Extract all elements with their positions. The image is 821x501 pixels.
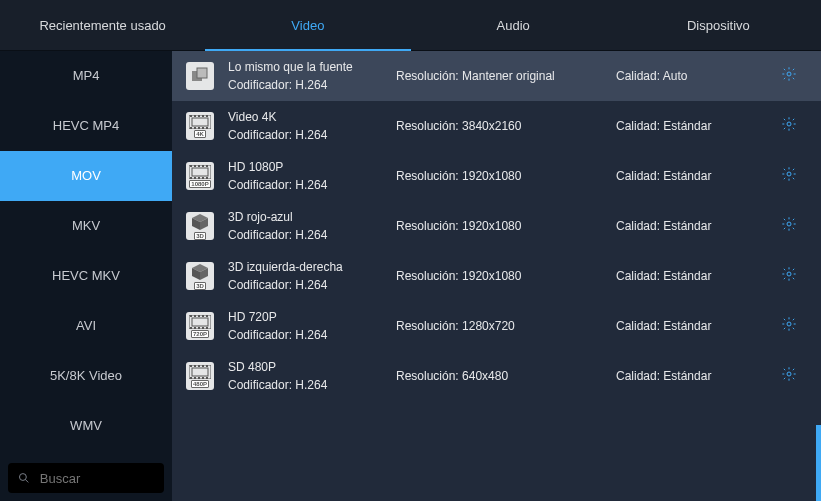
sidebar-item-mov[interactable]: MOV (0, 151, 172, 201)
svg-point-34 (787, 222, 791, 226)
profile-row[interactable]: 720PHD 720PCodificador: H.264Resolución:… (172, 301, 821, 351)
accent-bar (816, 425, 821, 501)
profile-row[interactable]: 1080PHD 1080PCodificador: H.264Resolució… (172, 151, 821, 201)
svg-point-51 (787, 322, 791, 326)
profile-row[interactable]: 3D3D rojo-azulCodificador: H.264Resoluci… (172, 201, 821, 251)
svg-line-1 (25, 479, 28, 482)
svg-rect-26 (194, 177, 196, 179)
profile-row[interactable]: 3D3D izquierda-derechaCodificador: H.264… (172, 251, 821, 301)
sidebar-item-hevc-mkv[interactable]: HEVC MKV (0, 251, 172, 301)
profile-resolution: Resolución: Mantener original (396, 69, 616, 83)
tab-device[interactable]: Dispositivo (616, 0, 821, 51)
sidebar-item-avi[interactable]: AVI (0, 301, 172, 351)
svg-rect-55 (194, 365, 196, 367)
svg-rect-6 (192, 118, 208, 126)
profile-quality: Calidad: Auto (616, 69, 736, 83)
profile-row[interactable]: 4KVideo 4KCodificador: H.264Resolución: … (172, 101, 821, 151)
svg-point-38 (787, 272, 791, 276)
svg-point-64 (787, 372, 791, 376)
tab-video[interactable]: Video (205, 0, 410, 51)
svg-rect-63 (206, 377, 208, 379)
sidebar-item-5k-8k-video[interactable]: 5K/8K Video (0, 351, 172, 401)
search-icon (18, 471, 30, 485)
svg-rect-47 (194, 327, 196, 329)
profile-quality: Calidad: Estándar (616, 369, 736, 383)
svg-rect-46 (190, 327, 192, 329)
profile-title: Lo mismo que la fuente (228, 58, 396, 76)
svg-rect-61 (198, 377, 200, 379)
svg-rect-9 (198, 115, 200, 117)
svg-rect-48 (198, 327, 200, 329)
sidebar-item-mkv[interactable]: MKV (0, 201, 172, 251)
svg-rect-14 (198, 127, 200, 129)
svg-rect-25 (190, 177, 192, 179)
settings-button[interactable] (781, 166, 797, 186)
gear-icon (781, 368, 797, 385)
svg-rect-24 (206, 165, 208, 167)
svg-point-4 (787, 72, 791, 76)
settings-button[interactable] (781, 216, 797, 236)
svg-rect-62 (202, 377, 204, 379)
profile-resolution: Resolución: 1920x1080 (396, 219, 616, 233)
search-box[interactable] (8, 463, 164, 493)
profile-quality: Calidad: Estándar (616, 169, 736, 183)
sidebar-item-mp4[interactable]: MP4 (0, 51, 172, 101)
profile-encoder: Codificador: H.264 (228, 326, 396, 344)
profile-quality: Calidad: Estándar (616, 219, 736, 233)
svg-rect-43 (198, 315, 200, 317)
profile-row[interactable]: 480PSD 480PCodificador: H.264Resolución:… (172, 351, 821, 401)
svg-rect-44 (202, 315, 204, 317)
profile-quality: Calidad: Estándar (616, 119, 736, 133)
profile-title: Video 4K (228, 108, 396, 126)
settings-button[interactable] (781, 66, 797, 86)
profiles-list: Lo mismo que la fuenteCodificador: H.264… (172, 51, 821, 501)
profile-encoder: Codificador: H.264 (228, 276, 396, 294)
tab-audio[interactable]: Audio (411, 0, 616, 51)
profile-icon: 3D (186, 212, 214, 240)
svg-rect-22 (198, 165, 200, 167)
svg-rect-58 (206, 365, 208, 367)
profile-resolution: Resolución: 3840x2160 (396, 119, 616, 133)
svg-rect-7 (190, 115, 192, 117)
svg-rect-59 (190, 377, 192, 379)
svg-rect-16 (206, 127, 208, 129)
svg-point-30 (787, 172, 791, 176)
settings-button[interactable] (781, 316, 797, 336)
settings-button[interactable] (781, 366, 797, 386)
profile-icon: 3D (186, 262, 214, 290)
svg-rect-27 (198, 177, 200, 179)
profile-quality: Calidad: Estándar (616, 319, 736, 333)
profile-encoder: Codificador: H.264 (228, 376, 396, 394)
profile-title: HD 720P (228, 308, 396, 326)
svg-rect-28 (202, 177, 204, 179)
sidebar-item-wmv[interactable]: WMV (0, 401, 172, 451)
tab-recent[interactable]: Recientemente usado (0, 0, 205, 51)
profile-icon: 720P (186, 312, 214, 340)
profile-resolution: Resolución: 640x480 (396, 369, 616, 383)
svg-rect-42 (194, 315, 196, 317)
gear-icon (781, 68, 797, 85)
svg-point-0 (19, 474, 26, 481)
profile-icon: 4K (186, 112, 214, 140)
profile-row[interactable]: Lo mismo que la fuenteCodificador: H.264… (172, 51, 821, 101)
svg-rect-45 (206, 315, 208, 317)
profile-resolution: Resolución: 1280x720 (396, 319, 616, 333)
svg-rect-49 (202, 327, 204, 329)
gear-icon (781, 268, 797, 285)
svg-rect-10 (202, 115, 204, 117)
svg-rect-21 (194, 165, 196, 167)
settings-button[interactable] (781, 266, 797, 286)
svg-rect-8 (194, 115, 196, 117)
sidebar: MP4HEVC MP4MOVMKVHEVC MKVAVI5K/8K VideoW… (0, 51, 172, 501)
svg-rect-29 (206, 177, 208, 179)
sidebar-item-hevc-mp4[interactable]: HEVC MP4 (0, 101, 172, 151)
settings-button[interactable] (781, 116, 797, 136)
svg-rect-13 (194, 127, 196, 129)
svg-rect-19 (192, 168, 208, 176)
svg-point-17 (787, 122, 791, 126)
search-input[interactable] (40, 471, 154, 486)
profile-icon: 1080P (186, 162, 214, 190)
top-tabs: Recientemente usado Video Audio Disposit… (0, 0, 821, 51)
profile-title: HD 1080P (228, 158, 396, 176)
profile-title: SD 480P (228, 358, 396, 376)
